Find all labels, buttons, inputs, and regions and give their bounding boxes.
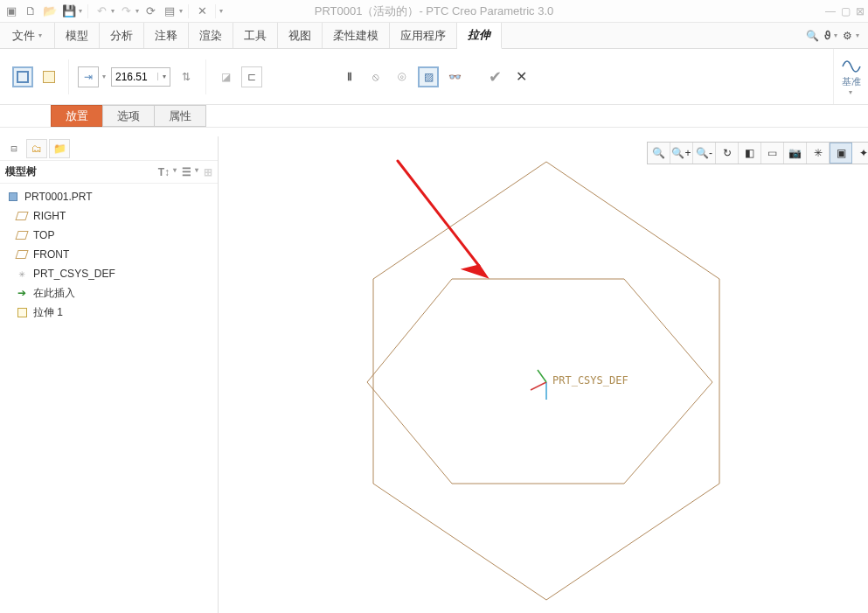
apply-button[interactable]: ✔ (484, 66, 505, 87)
svg-line-3 (398, 161, 479, 266)
new-icon[interactable]: 🗋 (23, 3, 38, 19)
redo-dropdown-icon[interactable]: ▾ (135, 7, 139, 15)
subtab-placement[interactable]: 放置 (51, 105, 103, 127)
surface-button[interactable] (38, 66, 59, 87)
nav-tabs: ⊟ 🗂 📁 (0, 136, 218, 161)
tree-plane-right[interactable]: RIGHT (0, 206, 218, 226)
annotation-arrow (398, 161, 486, 276)
menu-applications[interactable]: 应用程序 (390, 23, 457, 48)
open-icon[interactable]: 📂 (42, 3, 58, 19)
remove-material-button[interactable]: ◪ (215, 66, 236, 87)
window-controls: — ▢ ⊠ (825, 5, 865, 17)
tree-filter-dropdown-icon[interactable]: ▾ (173, 166, 177, 178)
folder-tab-icon[interactable]: 📁 (49, 139, 70, 158)
thicken-button[interactable]: ⊏ (241, 66, 262, 87)
geometry-scene: PRT_CSYS_DEF (219, 136, 865, 613)
minimize-icon[interactable]: — (825, 5, 836, 17)
maximize-icon[interactable]: ▢ (841, 5, 851, 17)
main-menu: 文件 ▾ 模型 分析 注释 渲染 工具 视图 柔性建模 应用程序 拉伸 🔍 ϑ … (0, 23, 868, 49)
depth-field[interactable] (112, 71, 157, 83)
quick-access-toolbar: ▣ 🗋 📂 💾 ▾ ↶ ▾ ↷ ▾ ⟳ ▤ ▾ ✕ ▾ (3, 3, 223, 19)
close-window-icon[interactable]: ✕ (194, 3, 210, 19)
tree-title: 模型树 (5, 164, 37, 179)
model-tree-panel: ⊟ 🗂 📁 模型树 T↕ ▾ ☰ ▾ ⊞ PRT0001.PRT RIGHT (0, 136, 219, 613)
menu-annotate[interactable]: 注释 (144, 23, 189, 48)
tree-settings-dropdown-icon[interactable]: ▾ (195, 166, 198, 178)
work-area: ⊟ 🗂 📁 模型树 T↕ ▾ ☰ ▾ ⊞ PRT0001.PRT RIGHT (0, 136, 868, 613)
settings-icon[interactable]: ⚙ (843, 30, 852, 42)
tree-insert-here[interactable]: ➔ 在此插入 (0, 283, 218, 303)
depth-type-dropdown-icon[interactable]: ▾ (102, 73, 106, 80)
save-icon[interactable]: 💾 (61, 3, 77, 19)
datum-label: 基准 (842, 75, 861, 88)
undo-dropdown-icon[interactable]: ▾ (111, 7, 115, 15)
attached-preview-button[interactable]: ▨ (418, 66, 439, 87)
tree-plane-front[interactable]: FRONT (0, 245, 218, 264)
menu-extrude[interactable]: 拉伸 (457, 23, 502, 49)
svg-marker-4 (465, 266, 486, 276)
pause-button[interactable]: Ⅱ (339, 66, 360, 87)
tree-show-icon[interactable]: ⊞ (204, 166, 212, 178)
layers-tab-icon[interactable]: 🗂 (26, 139, 47, 158)
menu-right-tools: 🔍 ϑ ▾ ⚙ ▾ (806, 23, 868, 48)
graphics-viewport[interactable]: 🔍 🔍+ 🔍- ↻ ◧ ▭ 📷 ✳ ▣ ✦ PRT_CSYS_DEF (219, 136, 868, 613)
close-icon[interactable]: ⊠ (856, 5, 865, 17)
qat-customize-icon[interactable]: ▾ (219, 7, 223, 15)
depth-input[interactable]: ▾ (111, 67, 170, 87)
tree-extrude-1[interactable]: 拉伸 1 (0, 303, 218, 322)
tree-settings-icon[interactable]: ☰ (182, 166, 191, 178)
menu-render[interactable]: 渲染 (189, 23, 233, 48)
tree-filter-icon[interactable]: T↕ (158, 166, 170, 178)
ribbon-datum-panel[interactable]: 基准 ▾ (833, 49, 868, 104)
depth-dropdown-icon[interactable]: ▾ (157, 73, 170, 80)
learn-dropdown-icon[interactable]: ▾ (834, 31, 837, 39)
plane-icon (15, 212, 28, 220)
save-dropdown-icon[interactable]: ▾ (79, 7, 82, 15)
search-icon[interactable]: 🔍 (806, 30, 819, 42)
solid-button[interactable] (12, 66, 33, 87)
windows-icon[interactable]: ▤ (162, 3, 177, 19)
tree-root-label: PRT0001.PRT (24, 191, 93, 203)
inner-hexagon (367, 279, 712, 484)
insert-arrow-icon: ➔ (16, 287, 28, 299)
settings-dropdown-icon[interactable]: ▾ (856, 31, 859, 39)
undo-icon[interactable]: ↶ (94, 3, 109, 19)
unattached-preview-button[interactable]: ⦾ (392, 66, 413, 87)
svg-line-2 (538, 370, 546, 382)
svg-line-1 (531, 382, 546, 390)
ribbon-feature-controls: Ⅱ ⦸ ⦾ ▨ 👓 ✔ ✕ (339, 66, 531, 87)
cancel-button[interactable]: ✕ (510, 66, 531, 87)
menu-view[interactable]: 视图 (278, 23, 323, 48)
glasses-preview-button[interactable]: 👓 (444, 66, 465, 87)
learn-icon[interactable]: ϑ (824, 30, 830, 42)
menu-model[interactable]: 模型 (55, 23, 100, 48)
menu-analysis[interactable]: 分析 (100, 23, 144, 48)
menu-tools[interactable]: 工具 (233, 23, 278, 48)
subtab-options[interactable]: 选项 (102, 105, 155, 127)
datum-dropdown-icon[interactable]: ▾ (849, 88, 852, 96)
flip-direction-button[interactable]: ⇅ (176, 66, 197, 87)
part-icon (9, 192, 17, 201)
windows-dropdown-icon[interactable]: ▾ (179, 7, 183, 15)
depth-type-button[interactable]: ⇥ (78, 66, 99, 87)
menu-file[interactable]: 文件 ▾ (0, 23, 55, 48)
app-icon: ▣ (3, 3, 19, 19)
tree-csys[interactable]: ✳ PRT_CSYS_DEF (0, 264, 218, 283)
chevron-down-icon: ▾ (38, 31, 42, 39)
tree-header: 模型树 T↕ ▾ ☰ ▾ ⊞ (0, 161, 218, 184)
regen-icon[interactable]: ⟳ (142, 3, 158, 19)
titlebar: ▣ 🗋 📂 💾 ▾ ↶ ▾ ↷ ▾ ⟳ ▤ ▾ ✕ ▾ PRT0001（活动的）… (0, 0, 868, 23)
csys-label: PRT_CSYS_DEF (552, 374, 628, 387)
feature-subtabs: 放置 选项 属性 (0, 105, 868, 128)
plane-icon (15, 231, 28, 240)
sine-icon (842, 58, 861, 75)
tree-root[interactable]: PRT0001.PRT (0, 187, 218, 206)
csys-icon: ✳ (16, 268, 28, 280)
subtab-properties[interactable]: 属性 (154, 105, 206, 127)
extrude-icon (17, 308, 27, 317)
no-preview-button[interactable]: ⦸ (365, 66, 386, 87)
menu-flexible[interactable]: 柔性建模 (323, 23, 390, 48)
tree-plane-top[interactable]: TOP (0, 226, 218, 245)
redo-icon[interactable]: ↷ (118, 3, 134, 19)
navigator-tab-icon[interactable]: ⊟ (3, 139, 24, 158)
